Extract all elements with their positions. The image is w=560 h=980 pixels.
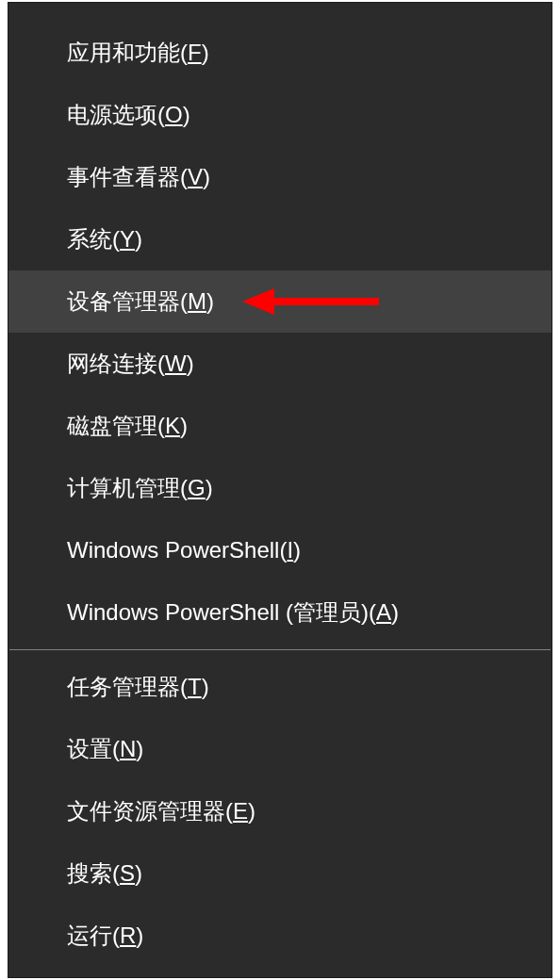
menu-item-powershell-admin[interactable]: Windows PowerShell (管理员)(A)	[8, 581, 552, 644]
menu-item-system[interactable]: 系统(Y)	[8, 208, 552, 270]
menu-item-label: 设备管理器(M)	[67, 286, 214, 317]
menu-item-label: 网络连接(W)	[67, 349, 194, 379]
menu-item-label: 系统(Y)	[67, 224, 142, 254]
menu-item-run[interactable]: 运行(R)	[8, 905, 552, 967]
menu-item-search[interactable]: 搜索(S)	[8, 842, 552, 905]
winx-context-menu: 应用和功能(F)电源选项(O)事件查看器(V)系统(Y)设备管理器(M)网络连接…	[8, 2, 552, 978]
arrow-annotation-icon	[242, 283, 384, 320]
menu-item-file-explorer[interactable]: 文件资源管理器(E)	[8, 780, 552, 842]
menu-item-network-connections[interactable]: 网络连接(W)	[8, 333, 552, 395]
menu-item-disk-management[interactable]: 磁盘管理(K)	[8, 395, 552, 457]
menu-item-apps-features[interactable]: 应用和功能(F)	[8, 22, 552, 84]
menu-item-label: 磁盘管理(K)	[67, 411, 188, 441]
menu-item-power-options[interactable]: 电源选项(O)	[8, 84, 552, 146]
menu-item-computer-management[interactable]: 计算机管理(G)	[8, 457, 552, 519]
menu-item-label: 计算机管理(G)	[67, 473, 213, 503]
menu-item-label: 应用和功能(F)	[67, 38, 209, 68]
menu-padding-top	[8, 3, 552, 22]
menu-item-event-viewer[interactable]: 事件查看器(V)	[8, 146, 552, 208]
menu-item-label: Windows PowerShell (管理员)(A)	[67, 597, 399, 628]
menu-item-label: 搜索(S)	[67, 858, 142, 889]
menu-item-label: 电源选项(O)	[67, 100, 190, 130]
menu-item-task-manager[interactable]: 任务管理器(T)	[8, 656, 552, 718]
menu-item-label: 运行(R)	[67, 921, 143, 951]
menu-item-settings[interactable]: 设置(N)	[8, 718, 552, 780]
menu-item-device-manager[interactable]: 设备管理器(M)	[8, 270, 552, 333]
svg-marker-1	[242, 288, 274, 315]
menu-item-powershell[interactable]: Windows PowerShell(I)	[8, 519, 552, 581]
menu-item-label: 事件查看器(V)	[67, 162, 210, 192]
menu-item-label: 设置(N)	[67, 734, 143, 764]
menu-item-label: Windows PowerShell(I)	[67, 537, 301, 564]
menu-separator	[9, 649, 551, 650]
menu-item-label: 任务管理器(T)	[67, 672, 209, 702]
menu-item-label: 文件资源管理器(E)	[67, 796, 255, 826]
